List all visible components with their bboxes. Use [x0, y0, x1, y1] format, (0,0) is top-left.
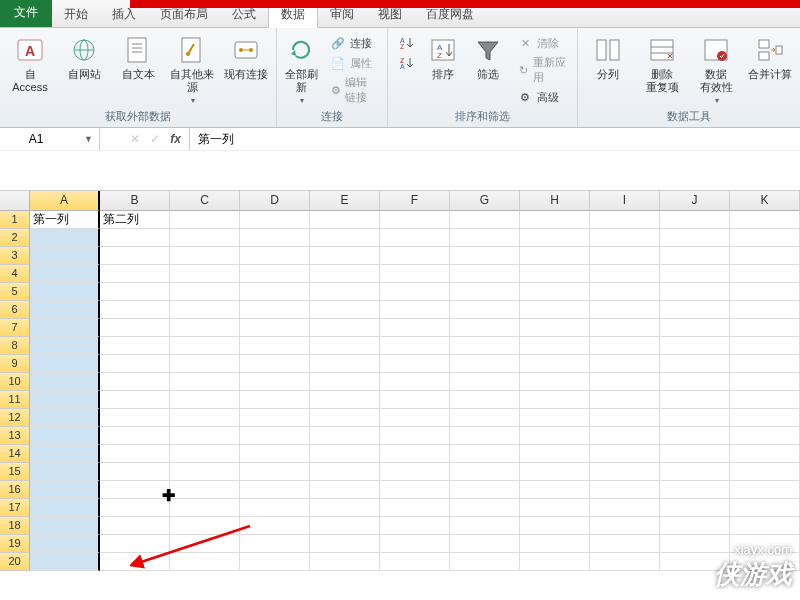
cell[interactable] — [660, 337, 730, 355]
cell[interactable] — [100, 553, 170, 571]
cell[interactable] — [380, 391, 450, 409]
cell[interactable] — [30, 283, 100, 301]
cell[interactable] — [450, 517, 520, 535]
cell[interactable] — [380, 211, 450, 229]
cell[interactable] — [240, 535, 310, 553]
column-header[interactable]: F — [380, 191, 450, 211]
cell[interactable] — [730, 301, 800, 319]
column-header[interactable]: H — [520, 191, 590, 211]
cell[interactable] — [170, 391, 240, 409]
cell[interactable] — [240, 427, 310, 445]
cell[interactable] — [380, 355, 450, 373]
tab-file[interactable]: 文件 — [0, 0, 52, 27]
cell[interactable] — [660, 265, 730, 283]
cell[interactable] — [660, 445, 730, 463]
cell[interactable] — [380, 283, 450, 301]
cell[interactable] — [730, 445, 800, 463]
cell[interactable] — [310, 391, 380, 409]
cell[interactable] — [240, 373, 310, 391]
cell[interactable] — [170, 427, 240, 445]
cell[interactable] — [30, 265, 100, 283]
cell[interactable] — [30, 481, 100, 499]
cell[interactable] — [590, 301, 660, 319]
cell[interactable] — [240, 481, 310, 499]
cell[interactable] — [450, 283, 520, 301]
cell[interactable] — [520, 517, 590, 535]
cell[interactable] — [310, 211, 380, 229]
cell[interactable] — [100, 427, 170, 445]
cell[interactable] — [170, 301, 240, 319]
cell[interactable] — [590, 499, 660, 517]
cell[interactable] — [450, 229, 520, 247]
cell[interactable] — [310, 535, 380, 553]
cell[interactable] — [450, 337, 520, 355]
cell[interactable] — [170, 337, 240, 355]
from-other-button[interactable]: 自其他来源 — [168, 30, 216, 105]
column-header[interactable]: A — [30, 191, 100, 211]
cell[interactable] — [450, 319, 520, 337]
cell[interactable] — [450, 301, 520, 319]
cell[interactable] — [730, 229, 800, 247]
cell[interactable] — [520, 373, 590, 391]
cell[interactable] — [310, 517, 380, 535]
cell[interactable] — [310, 229, 380, 247]
cell[interactable] — [520, 301, 590, 319]
cell[interactable] — [590, 247, 660, 265]
filter-button[interactable]: 筛选 — [469, 30, 508, 81]
cell[interactable] — [170, 445, 240, 463]
cell[interactable] — [100, 373, 170, 391]
cell[interactable] — [170, 535, 240, 553]
cell[interactable] — [450, 445, 520, 463]
cell[interactable] — [590, 481, 660, 499]
cell[interactable] — [590, 265, 660, 283]
cell[interactable] — [170, 409, 240, 427]
cell[interactable] — [590, 355, 660, 373]
cell[interactable] — [240, 391, 310, 409]
cell[interactable] — [590, 319, 660, 337]
cell[interactable] — [450, 499, 520, 517]
cell[interactable] — [310, 481, 380, 499]
cell[interactable] — [590, 427, 660, 445]
row-header[interactable]: 12 — [0, 409, 30, 427]
cell[interactable] — [170, 247, 240, 265]
advanced-filter-button[interactable]: ⚙高级 — [513, 88, 571, 106]
cell[interactable] — [100, 463, 170, 481]
cell[interactable] — [590, 463, 660, 481]
cell[interactable] — [660, 373, 730, 391]
cell[interactable] — [170, 265, 240, 283]
cancel-icon[interactable]: ✕ — [130, 132, 140, 146]
cell[interactable] — [30, 229, 100, 247]
existing-conn-button[interactable]: 现有连接 — [222, 30, 270, 81]
row-header[interactable]: 14 — [0, 445, 30, 463]
cell[interactable] — [240, 283, 310, 301]
cell[interactable] — [590, 373, 660, 391]
cell[interactable] — [100, 229, 170, 247]
cell[interactable] — [660, 391, 730, 409]
row-header[interactable]: 18 — [0, 517, 30, 535]
tab-home[interactable]: 开始 — [52, 1, 100, 27]
row-header[interactable]: 15 — [0, 463, 30, 481]
cell[interactable] — [730, 463, 800, 481]
consolidate-button[interactable]: 合并计算 — [746, 30, 794, 81]
cell[interactable] — [730, 481, 800, 499]
cell[interactable] — [660, 319, 730, 337]
cell[interactable] — [730, 373, 800, 391]
cell[interactable] — [310, 427, 380, 445]
cell[interactable] — [30, 553, 100, 571]
cell[interactable]: 第一列 — [30, 211, 100, 229]
cell[interactable] — [310, 319, 380, 337]
cell[interactable] — [450, 355, 520, 373]
cell[interactable] — [380, 337, 450, 355]
cell[interactable] — [660, 211, 730, 229]
confirm-icon[interactable]: ✓ — [150, 132, 160, 146]
cell[interactable] — [100, 319, 170, 337]
cell[interactable] — [380, 499, 450, 517]
refresh-all-button[interactable]: 全部刷新 — [283, 30, 320, 105]
cell[interactable] — [100, 499, 170, 517]
cell[interactable] — [310, 463, 380, 481]
column-header[interactable]: D — [240, 191, 310, 211]
cell[interactable] — [100, 355, 170, 373]
cell[interactable] — [240, 499, 310, 517]
cell[interactable] — [660, 517, 730, 535]
cell[interactable] — [380, 427, 450, 445]
